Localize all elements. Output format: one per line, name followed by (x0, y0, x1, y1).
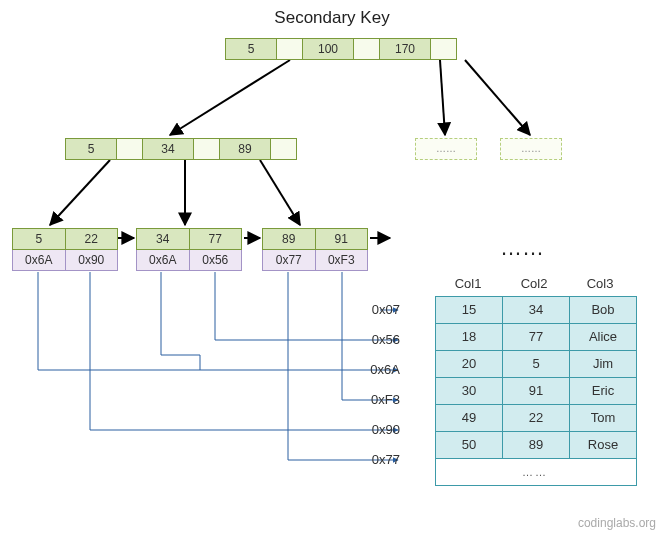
table-cell: 50 (436, 432, 503, 459)
internal-key: 89 (220, 139, 271, 159)
leaf-node: 89 91 0x77 0xF3 (262, 228, 368, 271)
table-row: 30 91 Eric (436, 378, 636, 405)
table-row: 15 34 Bob (436, 297, 636, 324)
root-node: 5 100 170 (225, 38, 457, 60)
address-label: 0x07 (350, 302, 400, 317)
table-cell: Rose (570, 432, 636, 459)
address-label: 0x77 (350, 452, 400, 467)
table-cell: 30 (436, 378, 503, 405)
leaf-key: 22 (66, 228, 119, 250)
internal-gap (194, 139, 220, 159)
table-cell: Tom (570, 405, 636, 432)
internal-key: 34 (143, 139, 194, 159)
root-key: 100 (303, 39, 354, 59)
leaf-pointer: 0x6A (136, 250, 190, 271)
leaf-key: 91 (316, 228, 369, 250)
table-row: 20 5 Jim (436, 351, 636, 378)
leaf-pointer: 0x6A (12, 250, 66, 271)
svg-line-2 (465, 60, 530, 135)
internal-node: 5 34 89 (65, 138, 297, 160)
table-cell: 18 (436, 324, 503, 351)
credit-text: codinglabs.org (578, 516, 656, 530)
table-row: 49 22 Tom (436, 405, 636, 432)
ellipsis-node: …… (500, 138, 562, 160)
internal-gap (117, 139, 143, 159)
ellipsis-node: …… (415, 138, 477, 160)
table-header: Col2 (501, 276, 567, 291)
table-cell: 34 (503, 297, 570, 324)
address-label: 0x6A (350, 362, 400, 377)
table-header: Col3 (567, 276, 633, 291)
table-cell: Bob (570, 297, 636, 324)
leaf-key: 34 (136, 228, 190, 250)
leaf-node: 5 22 0x6A 0x90 (12, 228, 118, 271)
table-cell: 91 (503, 378, 570, 405)
root-key: 170 (380, 39, 431, 59)
data-table: 15 34 Bob 18 77 Alice 20 5 Jim 30 91 Eri… (435, 296, 637, 486)
table-cell: 89 (503, 432, 570, 459)
root-key: 5 (226, 39, 277, 59)
leaf-key: 77 (190, 228, 243, 250)
leaf-pointer: 0xF3 (316, 250, 369, 271)
leaf-node: 34 77 0x6A 0x56 (136, 228, 242, 271)
svg-line-5 (260, 160, 300, 225)
leaf-key: 5 (12, 228, 66, 250)
table-cell: 49 (436, 405, 503, 432)
table-more-row: …… (436, 459, 636, 485)
root-gap (277, 39, 303, 59)
internal-gap (271, 139, 296, 159)
table-row: 18 77 Alice (436, 324, 636, 351)
root-gap (354, 39, 380, 59)
address-label: 0x56 (350, 332, 400, 347)
leaf-pointer: 0x56 (190, 250, 243, 271)
leaf-pointer: 0x90 (66, 250, 119, 271)
leaf-pointer: 0x77 (262, 250, 316, 271)
ellipsis-text: …… (500, 235, 544, 261)
table-cell: 15 (436, 297, 503, 324)
table-row: 50 89 Rose (436, 432, 636, 459)
internal-key: 5 (66, 139, 117, 159)
address-label: 0xF3 (350, 392, 400, 407)
diagram-title: Secondary Key (0, 8, 664, 28)
table-cell: Eric (570, 378, 636, 405)
table-header-row: Col1 Col2 Col3 (435, 276, 633, 291)
table-header: Col1 (435, 276, 501, 291)
table-cell: Alice (570, 324, 636, 351)
address-label: 0x90 (350, 422, 400, 437)
table-cell: 20 (436, 351, 503, 378)
table-cell: 5 (503, 351, 570, 378)
table-more-cell: …… (436, 459, 634, 485)
root-gap (431, 39, 456, 59)
table-cell: Jim (570, 351, 636, 378)
svg-line-0 (170, 60, 290, 135)
table-cell: 77 (503, 324, 570, 351)
leaf-key: 89 (262, 228, 316, 250)
svg-line-1 (440, 60, 445, 135)
table-cell: 22 (503, 405, 570, 432)
svg-line-3 (50, 160, 110, 225)
